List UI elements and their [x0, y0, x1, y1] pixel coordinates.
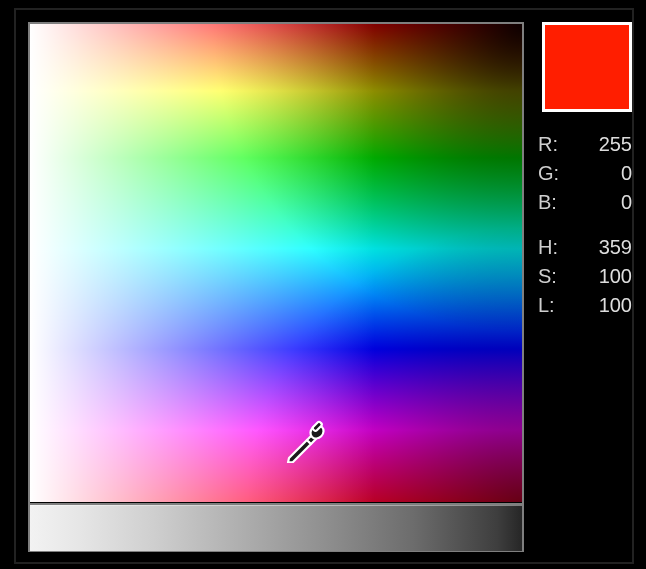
brightness-slider[interactable] [30, 503, 522, 550]
label-g: G: [538, 161, 559, 186]
label-b: B: [538, 190, 557, 215]
value-h: 359 [586, 235, 632, 260]
readout-r: R: 255 [538, 132, 632, 157]
current-color-swatch[interactable] [542, 22, 632, 112]
value-s: 100 [586, 264, 632, 289]
label-s: S: [538, 264, 557, 289]
hue-saturation-gradient [30, 24, 522, 502]
readout-h: H: 359 [538, 235, 632, 260]
readout-s: S: 100 [538, 264, 632, 289]
readout-l: L: 100 [538, 293, 632, 318]
label-r: R: [538, 132, 558, 157]
label-l: L: [538, 293, 555, 318]
value-g: 0 [586, 161, 632, 186]
color-field[interactable] [30, 24, 522, 502]
color-readouts: R: 255 G: 0 B: 0 H: 359 S: 100 L: [538, 132, 638, 318]
picker-frame [28, 22, 524, 552]
value-r: 255 [586, 132, 632, 157]
label-h: H: [538, 235, 558, 260]
brightness-gradient [30, 505, 522, 551]
readout-g: G: 0 [538, 161, 632, 186]
value-b: 0 [586, 190, 632, 215]
color-info-sidebar: R: 255 G: 0 B: 0 H: 359 S: 100 L: [538, 22, 638, 318]
readout-b: B: 0 [538, 190, 632, 215]
value-l: 100 [586, 293, 632, 318]
color-picker-panel: R: 255 G: 0 B: 0 H: 359 S: 100 L: [14, 8, 634, 564]
